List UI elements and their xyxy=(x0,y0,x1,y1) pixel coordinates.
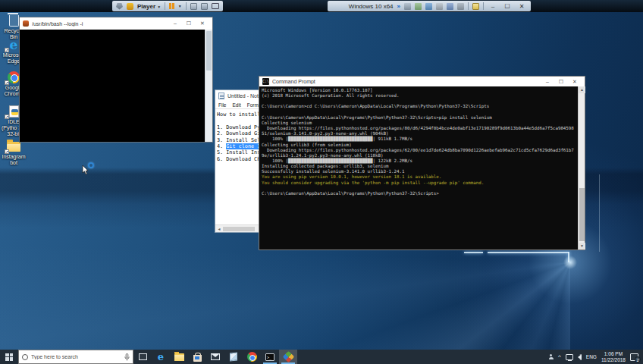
edge-icon: e xyxy=(158,352,164,362)
wallpaper-window-logo-line xyxy=(464,252,483,253)
wallpaper-window-logo-line xyxy=(488,252,569,253)
console-line xyxy=(262,99,576,104)
console-line: (c) 2018 Microsoft Corporation. All righ… xyxy=(262,93,576,99)
bash-scrollbar-thumb[interactable] xyxy=(206,31,212,71)
cursor-arrow-icon xyxy=(82,165,89,175)
vm-restore-button[interactable]: ☐ xyxy=(502,3,513,10)
desktop-icon-instagram-bot[interactable]: ↗ Instagram bot xyxy=(0,140,27,166)
mail-icon xyxy=(211,353,220,360)
message-log-icon[interactable] xyxy=(472,3,479,10)
show-hidden-icons-button[interactable]: ^ xyxy=(558,353,561,361)
bash-maximize-button[interactable]: ☐ xyxy=(182,20,196,27)
pause-dropdown-arrow-icon[interactable]: ▼ xyxy=(178,4,182,8)
task-view-button[interactable] xyxy=(133,350,152,364)
pin-icon[interactable] xyxy=(116,3,123,10)
vm-minimize-button[interactable]: – xyxy=(488,3,498,10)
usb-device-icon[interactable] xyxy=(436,3,443,10)
printer-icon[interactable] xyxy=(457,3,464,10)
vm-close-button[interactable]: ✕ xyxy=(516,3,527,10)
toolbar-divider xyxy=(483,2,484,10)
action-center-icon[interactable]: 2 xyxy=(630,353,638,361)
bash-minimize-button[interactable]: – xyxy=(168,20,182,27)
taskbar-mail-button[interactable] xyxy=(206,350,224,364)
vmware-toolbar: Player ▼ ▼ xyxy=(112,1,223,11)
console-line: Collecting urllib3 (from selenium) xyxy=(262,143,576,148)
taskbar-3d-viewer-button[interactable] xyxy=(224,350,243,364)
ctrl-alt-del-icon[interactable] xyxy=(190,3,197,10)
vm-name-label: Windows 10 x64 xyxy=(349,3,394,10)
console-line: 100% |████████████████████████████████| … xyxy=(262,158,576,164)
cmd-title-bar[interactable]: C:\ Command Prompt – ☐ ✕ xyxy=(259,77,585,86)
cmd-app-icon: C:\ xyxy=(262,78,269,85)
bash-terminal-content[interactable] xyxy=(20,30,205,142)
console-line: Collecting selenium xyxy=(262,121,576,126)
file-explorer-icon xyxy=(174,353,184,361)
bash-app-icon xyxy=(23,20,29,27)
cube-app-icon xyxy=(230,352,237,361)
bash-close-button[interactable]: ✕ xyxy=(196,20,209,27)
cmd-minimize-button[interactable]: – xyxy=(541,79,554,85)
scroll-down-arrow-icon[interactable]: ▼ xyxy=(579,243,585,249)
cortana-icon xyxy=(22,354,28,360)
taskbar-file-explorer-button[interactable] xyxy=(170,350,188,364)
taskbar-store-button[interactable] xyxy=(188,350,206,364)
cmd-close-button[interactable]: ✕ xyxy=(568,79,582,85)
speaker-icon[interactable] xyxy=(578,354,582,360)
console-line: Installing collected packages: urllib3, … xyxy=(262,164,576,169)
taskbar-chrome-button[interactable] xyxy=(243,350,261,364)
bash-title-bar[interactable]: /usr/bin/bash --login -i – ☐ ✕ xyxy=(20,17,212,30)
network-adapter-icon[interactable] xyxy=(425,3,432,10)
chrome-icon xyxy=(8,71,20,83)
pause-vm-button[interactable] xyxy=(169,3,174,9)
command-prompt-icon: >_ xyxy=(265,353,274,361)
clock[interactable]: 1:06 PM 11/22/2018 xyxy=(601,351,626,363)
fullscreen-icon[interactable] xyxy=(212,3,219,9)
toolbar-divider xyxy=(165,2,165,10)
search-box[interactable]: Type here to search xyxy=(18,350,133,364)
console-line: Microsoft Windows [Version 10.0.17763.10… xyxy=(262,88,576,93)
windows-logo-icon xyxy=(5,353,13,361)
cmd-maximize-button[interactable]: ☐ xyxy=(554,79,568,85)
cmd-console-output[interactable]: Microsoft Windows [Version 10.0.17763.10… xyxy=(259,86,578,249)
console-line: Downloading https://files.pythonhosted.o… xyxy=(262,148,576,158)
start-button[interactable] xyxy=(0,350,18,364)
menu-edit[interactable]: Edit xyxy=(232,102,240,108)
language-indicator[interactable]: ENG xyxy=(586,354,597,359)
bash-scrollbar[interactable] xyxy=(205,30,212,142)
taskbar: Type here to search e >_ ^ ENG 1:06 PM 1… xyxy=(0,350,643,364)
toolbar-divider xyxy=(468,2,469,10)
network-icon[interactable] xyxy=(566,354,573,360)
menu-file[interactable]: File xyxy=(218,102,226,108)
cmd-scrollbar-thumb[interactable] xyxy=(579,188,585,241)
cd-rom-icon[interactable] xyxy=(415,3,422,10)
hard-disk-icon[interactable] xyxy=(404,3,411,10)
bash-window-title: /usr/bin/bash --login -i xyxy=(32,21,165,27)
clock-time: 1:06 PM xyxy=(601,351,626,357)
console-line: You should consider upgrading via the 'p… xyxy=(262,180,576,186)
cmd-scrollbar[interactable]: ▲ ▼ xyxy=(578,86,585,249)
shortcut-arrow-icon: ↗ xyxy=(5,115,9,119)
player-menu-button[interactable]: Player ▼ xyxy=(137,3,161,10)
chrome-icon xyxy=(247,352,257,362)
taskbar-edge-button[interactable]: e xyxy=(152,350,170,364)
people-icon[interactable] xyxy=(548,354,554,359)
scroll-left-arrow-icon[interactable]: ◄ xyxy=(215,225,223,232)
notepad-scrollbar-thumb[interactable] xyxy=(223,227,255,231)
vmware-status-group: Windows 10 x64 » – ☐ ✕ xyxy=(328,1,531,11)
shortcut-arrow-icon: ↗ xyxy=(5,48,9,52)
python-idle-icon xyxy=(9,105,19,118)
taskbar-active-app-button[interactable] xyxy=(279,350,297,364)
scroll-up-arrow-icon[interactable]: ▲ xyxy=(579,86,585,93)
edge-icon: e xyxy=(10,37,18,52)
console-line: You are using pip version 10.0.1, howeve… xyxy=(262,174,576,180)
microphone-icon[interactable] xyxy=(124,353,130,361)
unity-mode-icon[interactable] xyxy=(201,3,208,10)
toolbar-divider xyxy=(186,2,187,10)
wallpaper-window-logo-line xyxy=(599,174,600,252)
sound-card-icon[interactable] xyxy=(447,3,453,10)
taskbar-command-prompt-button[interactable]: >_ xyxy=(261,350,279,364)
busy-spinner-icon xyxy=(88,162,94,168)
command-prompt-window: C:\ Command Prompt – ☐ ✕ Microsoft Windo… xyxy=(259,76,585,250)
console-line: Successfully installed selenium-3.141.0 … xyxy=(262,169,576,174)
devices-chevron-icon[interactable]: » xyxy=(397,3,400,10)
